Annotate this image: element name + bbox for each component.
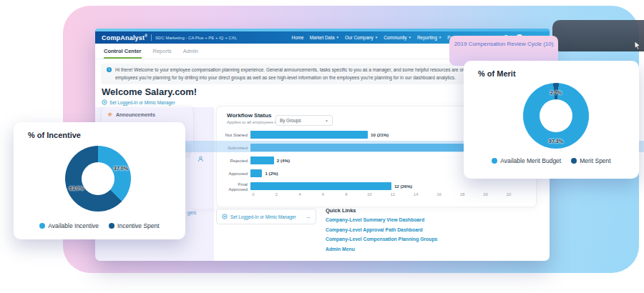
mimic-icon	[222, 214, 228, 219]
x-axis-tick: 8	[345, 192, 347, 197]
tab-control-center[interactable]: Control Center	[104, 48, 142, 59]
quick-link[interactable]: Admin Menu	[326, 247, 437, 252]
merit-card-title: % of Merit	[478, 69, 516, 78]
legend-item: Incentive Spent	[109, 222, 160, 229]
legend-dot	[39, 223, 45, 229]
info-icon: i	[107, 67, 112, 72]
chart-value-label: 2 (4%)	[277, 157, 290, 164]
legend-label: Available Merit Budget	[500, 157, 561, 164]
page: 2019 Compensation Review Cycle (10) Comp…	[0, 0, 644, 293]
chart-bar[interactable]	[250, 157, 274, 164]
nav-divider	[151, 34, 152, 41]
legend-label: Available Incentive	[48, 222, 99, 229]
quick-link[interactable]: Company-Level Compensation Planning Grou…	[326, 237, 437, 242]
x-axis-tick: 18	[460, 192, 465, 197]
tab-admin[interactable]: Admin	[183, 48, 198, 59]
mimic-icon	[102, 99, 107, 105]
chevron-down-icon: ▼	[336, 36, 338, 39]
cycle-badge[interactable]: 2019 Compensation Review Cycle (10)	[449, 41, 558, 47]
logo-registered-mark: ®	[145, 34, 147, 38]
chart-value-label: 10 (21%)	[371, 131, 389, 139]
chevron-down-icon: ▼	[375, 36, 378, 39]
chart-bar[interactable]	[250, 182, 391, 190]
incentive-slice-label-available: 37.0%	[114, 166, 128, 171]
incentive-card-title: % of Incentive	[28, 131, 81, 139]
chevron-down-icon: ▼	[439, 36, 441, 39]
x-axis-tick: 14	[414, 192, 419, 197]
nav-item-home[interactable]: Home	[292, 35, 304, 40]
legend-dot	[492, 158, 497, 164]
set-mimic-manager-card-label: Set Logged-In or Mimic Manager	[230, 214, 296, 219]
chart-bar[interactable]	[250, 169, 262, 177]
tab-reports[interactable]: Reports	[153, 48, 172, 59]
x-axis-tick: 0	[252, 192, 254, 197]
legend-item: Merit Spent	[571, 157, 610, 164]
incentive-card: % of Incentive 37.0% 63.0% Available Inc…	[14, 122, 185, 239]
chart-category-label: Approved	[218, 171, 250, 176]
quick-links-list: Company-Level Summary View DashboardComp…	[326, 217, 437, 252]
chevron-down-icon: ▼	[325, 119, 328, 123]
chart-row-final-approved: Final Approved12 (26%)	[218, 182, 509, 190]
incentive-slice-label-spent: 63.0%	[69, 186, 84, 191]
chart-value-label: 1 (2%)	[265, 169, 278, 177]
workflow-x-axis: 0246810121416182022	[253, 192, 509, 199]
donut-hole	[540, 99, 572, 132]
companalyst-logo[interactable]: CompAnalyst®	[102, 34, 147, 41]
workflow-title: Workflow Status	[227, 112, 272, 119]
legend-item: Available Incentive	[39, 222, 99, 229]
legend-label: Incentive Spent	[117, 222, 160, 229]
chart-value-label: 12 (26%)	[394, 182, 412, 190]
x-axis-tick: 6	[322, 192, 324, 197]
legend-item: Available Merit Budget	[492, 157, 561, 164]
chart-bar[interactable]	[250, 131, 368, 139]
nav-item-community[interactable]: Community▼	[384, 35, 411, 40]
product-line-label: SDC Marketing - CA Plus + PE + IQ + CXL	[155, 36, 237, 40]
quick-links-section: Quick Links Company-Level Summary View D…	[326, 207, 437, 256]
nav-item-market-data[interactable]: Market Data▼	[310, 35, 339, 40]
arrow-right-icon: →	[305, 214, 311, 220]
quick-links-title: Quick Links	[326, 207, 437, 214]
incentive-donut-chart[interactable]	[65, 146, 131, 212]
set-mimic-manager-link[interactable]: Set Logged-In or Mimic Manager	[102, 99, 175, 105]
merit-slice-label-spent: 2.7%	[550, 90, 562, 95]
set-mimic-manager-card[interactable]: Set Logged-In or Mimic Manager →	[216, 209, 316, 224]
chart-track: 12 (26%)	[250, 182, 509, 190]
group-by-dropdown[interactable]: By Groups ▼	[275, 115, 333, 126]
legend-dot	[571, 158, 577, 164]
group-by-value: By Groups	[280, 118, 301, 123]
quick-link[interactable]: Company-Level Summary View Dashboard	[326, 217, 437, 222]
merit-slice-label-available: 97.3%	[549, 139, 563, 144]
background-window-fragment	[552, 20, 644, 51]
chart-category-label: Rejected	[218, 158, 250, 163]
legend-dot	[109, 223, 114, 229]
quick-link[interactable]: Company-Level Approval Path Dashboard	[326, 227, 437, 232]
x-axis-tick: 2	[275, 192, 278, 197]
nav-item-reporting[interactable]: Reporting▼	[417, 35, 441, 40]
chart-category-label: Not Started	[218, 132, 250, 137]
x-axis-tick: 12	[390, 192, 395, 197]
legend-label: Merit Spent	[580, 157, 610, 164]
merit-card: % of Merit 2.7% 97.3% Available Merit Bu…	[464, 61, 639, 179]
page-title: Welcome Salary.com!	[102, 86, 197, 97]
mouse-cursor	[634, 41, 642, 50]
x-axis-tick: 16	[436, 192, 441, 197]
chevron-down-icon: ▼	[409, 36, 411, 39]
chart-category-label: Final Approved	[218, 182, 250, 192]
x-axis-tick: 4	[298, 192, 301, 197]
donut-hole	[82, 162, 114, 195]
incentive-legend: Available IncentiveIncentive Spent	[14, 222, 185, 229]
nav-item-our-company[interactable]: Our Company▼	[345, 35, 378, 40]
set-mimic-manager-label: Set Logged-In or Mimic Manager	[109, 100, 175, 105]
x-axis-tick: 10	[367, 192, 372, 197]
x-axis-tick: 22	[507, 192, 512, 197]
merit-legend: Available Merit BudgetMerit Spent	[464, 157, 639, 164]
x-axis-tick: 20	[483, 192, 488, 197]
